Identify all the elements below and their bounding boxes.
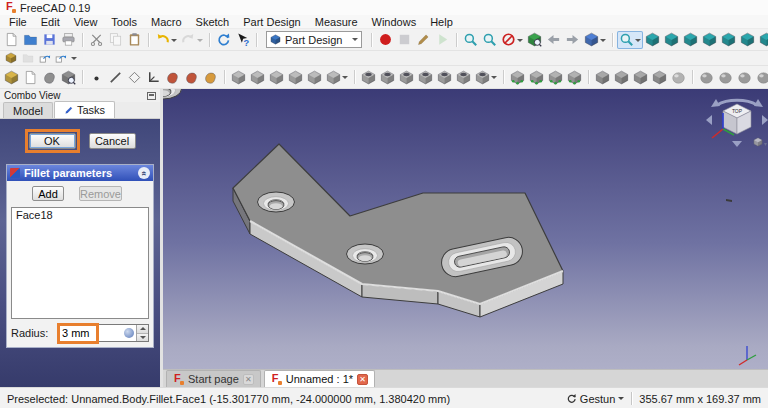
nav-cube-top-label[interactable]: TOP [732,108,743,114]
nav-arrow-left-icon[interactable] [706,115,712,125]
linear-pattern-button[interactable] [527,68,546,86]
fillet-parameters-header[interactable]: Fillet parameters « [7,165,153,181]
hole-center[interactable] [347,244,384,264]
chamfer-button[interactable] [612,68,631,86]
thickness-button[interactable] [650,68,669,86]
paste-button[interactable] [125,31,144,49]
cancel-button[interactable]: Cancel [89,133,136,149]
bounding-box-button[interactable] [525,31,544,49]
macro-edit-button[interactable] [414,31,433,49]
new-file-button[interactable] [2,31,21,49]
revolution-button[interactable] [248,68,267,86]
datum-point-button[interactable] [87,68,106,86]
part-model[interactable] [163,89,563,317]
subtractive-pipe-button[interactable] [435,68,454,86]
groove-button[interactable] [397,68,416,86]
fit-selection-button[interactable] [480,31,499,49]
nav-forward-button[interactable] [563,31,582,49]
macro-stop-button[interactable] [395,31,414,49]
view-left-button[interactable] [757,31,768,49]
menu-windows[interactable]: Windows [365,15,424,29]
nav-back-button[interactable] [544,31,563,49]
create-sketch-button[interactable] [21,68,40,86]
copy-button[interactable] [106,31,125,49]
view-top-button[interactable] [681,31,700,49]
subtractive-helix-button[interactable] [454,68,473,86]
menu-edit[interactable]: Edit [34,15,67,29]
menu-help[interactable]: Help [423,15,460,29]
menu-file[interactable]: File [2,15,34,29]
menu-sketch[interactable]: Sketch [189,15,237,29]
zoom-tool-button[interactable] [617,31,643,49]
create-body-button[interactable] [2,68,21,86]
nav-arrow-down-icon[interactable] [732,141,742,147]
additive-helix-button[interactable] [305,68,324,86]
3d-viewport[interactable]: TOP [163,89,768,369]
menu-measure[interactable]: Measure [308,15,365,29]
float-panel-icon[interactable] [147,92,156,100]
tab-start-page[interactable]: Start page [166,370,261,387]
sub-shape-binder-button[interactable] [182,68,201,86]
additive-primitive-button[interactable] [324,68,350,86]
workbench-selector[interactable]: Part Design [266,31,362,48]
radius-spinner[interactable] [136,325,148,341]
expression-editor-icon[interactable] [124,328,134,338]
refresh-button[interactable] [214,31,233,49]
navigation-style-button[interactable]: Gestun [566,393,624,405]
create-part-button[interactable] [2,52,19,65]
pad-button[interactable] [229,68,248,86]
measure-angular-button[interactable] [716,68,735,86]
whats-this-button[interactable] [233,31,252,49]
additive-loft-button[interactable] [267,68,286,86]
measure-clear-button[interactable] [754,68,768,86]
radius-field[interactable] [57,324,149,342]
close-tab-icon[interactable] [357,374,368,385]
menu-part-design[interactable]: Part Design [236,15,307,29]
measure-linear-button[interactable] [697,68,716,86]
undo-button[interactable] [153,31,179,49]
pocket-button[interactable] [359,68,378,86]
face-list[interactable]: Face18 [11,207,149,319]
subtractive-primitive-button[interactable] [473,68,499,86]
create-group-button[interactable] [19,52,36,65]
print-button[interactable] [59,31,78,49]
radius-input[interactable] [58,327,96,339]
view-rear-button[interactable] [719,31,738,49]
collapse-section-button[interactable]: « [138,167,150,179]
datum-plane-button[interactable] [125,68,144,86]
fillet-button[interactable] [593,68,612,86]
spin-up-button[interactable] [137,325,148,334]
hole-front-left[interactable] [258,192,295,212]
map-sketch-button[interactable] [40,68,59,86]
view-bottom-button[interactable] [738,31,757,49]
fit-all-button[interactable] [461,31,480,49]
ok-button[interactable]: OK [29,133,76,149]
save-button[interactable] [40,31,59,49]
hole-button[interactable] [378,68,397,86]
polar-pattern-button[interactable] [546,68,565,86]
add-button[interactable]: Add [32,186,64,201]
local-coordinate-system-button[interactable] [144,68,163,86]
draw-style-button[interactable] [499,31,525,49]
remove-button[interactable]: Remove [79,186,122,201]
view-right-button[interactable] [700,31,719,49]
close-tab-icon[interactable] [243,374,254,385]
additive-pipe-button[interactable] [286,68,305,86]
datum-line-button[interactable] [106,68,125,86]
edit-sketch-button[interactable] [59,68,78,86]
nav-cube-menu-icon[interactable] [754,138,767,147]
shape-binder-button[interactable] [163,68,182,86]
make-link-group-button[interactable] [53,52,79,65]
primitive-sphere-button[interactable] [669,68,688,86]
view-axonometric-button[interactable] [643,31,662,49]
face-list-item[interactable]: Face18 [12,208,148,222]
tab-model[interactable]: Model [3,102,53,118]
menu-tools[interactable]: Tools [104,15,144,29]
clone-button[interactable] [201,68,220,86]
navigation-cube[interactable]: TOP [706,89,768,202]
title-bar[interactable]: FreeCAD 0.19 [0,0,768,15]
measure-refresh-button[interactable] [735,68,754,86]
subtractive-loft-button[interactable] [416,68,435,86]
make-link-button[interactable] [36,52,53,65]
draft-button[interactable] [631,68,650,86]
